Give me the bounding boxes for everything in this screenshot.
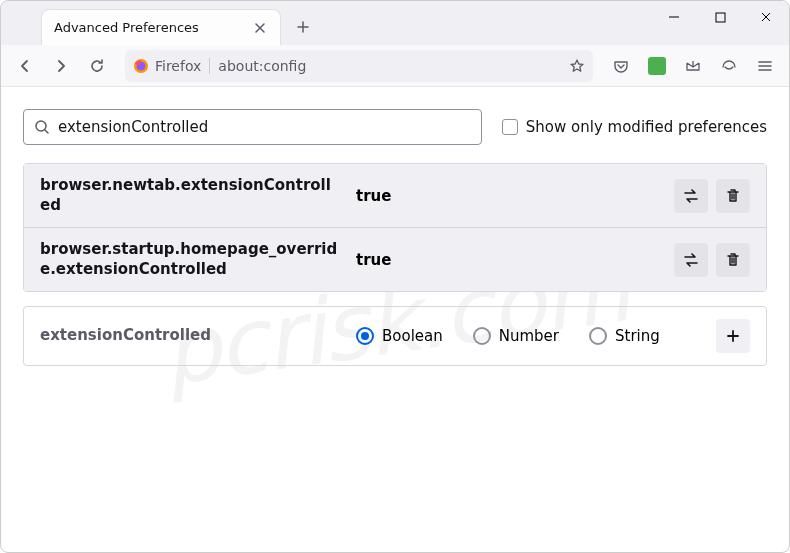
back-button[interactable] [9,50,41,82]
radio-string[interactable]: String [589,327,660,345]
radio-number[interactable]: Number [473,327,559,345]
pocket-button[interactable] [605,50,637,82]
window-controls [651,1,789,45]
url-bar[interactable]: Firefox about:config [125,50,593,82]
search-row: Show only modified preferences [23,109,767,145]
mail-button[interactable] [677,50,709,82]
new-preference-row: extensionControlled Boolean Number Strin… [23,306,767,366]
show-modified-label: Show only modified preferences [526,118,767,136]
toggle-button[interactable] [674,179,708,213]
radio-icon [473,327,491,345]
radio-label: Boolean [382,327,443,345]
radio-label: String [615,327,660,345]
swap-icon [682,187,700,205]
nav-toolbar: Firefox about:config [1,45,789,87]
app-menu-button[interactable] [749,50,781,82]
new-tab-button[interactable] [287,11,319,43]
delete-button[interactable] [716,243,750,277]
show-modified-checkbox[interactable]: Show only modified preferences [502,118,767,136]
preference-row[interactable]: browser.startup.homepage_override.extens… [24,227,766,291]
trash-icon [725,252,741,268]
pref-name: browser.newtab.extensionControlled [40,176,340,215]
page-content: Show only modified preferences browser.n… [1,87,789,388]
titlebar: Advanced Preferences [1,1,789,45]
radio-icon [356,327,374,345]
add-button[interactable] [716,319,750,353]
preference-row[interactable]: browser.newtab.extensionControlled true [24,164,766,227]
minimize-button[interactable] [651,1,697,33]
search-icon [34,119,50,135]
new-pref-name: extensionControlled [40,326,340,346]
type-radio-group: Boolean Number String [356,327,700,345]
extension-green-icon [648,57,666,75]
firefox-icon [133,58,149,74]
search-box[interactable] [23,109,482,145]
account-button[interactable] [713,50,745,82]
radio-boolean[interactable]: Boolean [356,327,443,345]
preference-table: browser.newtab.extensionControlled true … [23,163,767,292]
pref-actions [674,243,750,277]
plus-icon [725,328,741,344]
delete-button[interactable] [716,179,750,213]
identity-label: Firefox [155,58,201,74]
browser-tab[interactable]: Advanced Preferences [41,9,281,45]
url-text: about:config [218,58,561,74]
checkbox-icon [502,119,518,135]
trash-icon [725,188,741,204]
extension-button[interactable] [641,50,673,82]
pref-value: true [356,251,658,269]
toggle-button[interactable] [674,243,708,277]
reload-button[interactable] [81,50,113,82]
radio-label: Number [499,327,559,345]
close-window-button[interactable] [743,1,789,33]
site-identity[interactable]: Firefox [133,58,210,74]
search-input[interactable] [58,118,471,136]
svg-rect-0 [716,13,725,22]
swap-icon [682,251,700,269]
radio-icon [589,327,607,345]
tab-title: Advanced Preferences [54,20,199,35]
pref-value: true [356,187,658,205]
pref-actions [674,179,750,213]
bookmark-star-icon[interactable] [569,58,585,74]
pref-name: browser.startup.homepage_override.extens… [40,240,340,279]
close-icon[interactable] [252,20,268,36]
maximize-button[interactable] [697,1,743,33]
forward-button[interactable] [45,50,77,82]
